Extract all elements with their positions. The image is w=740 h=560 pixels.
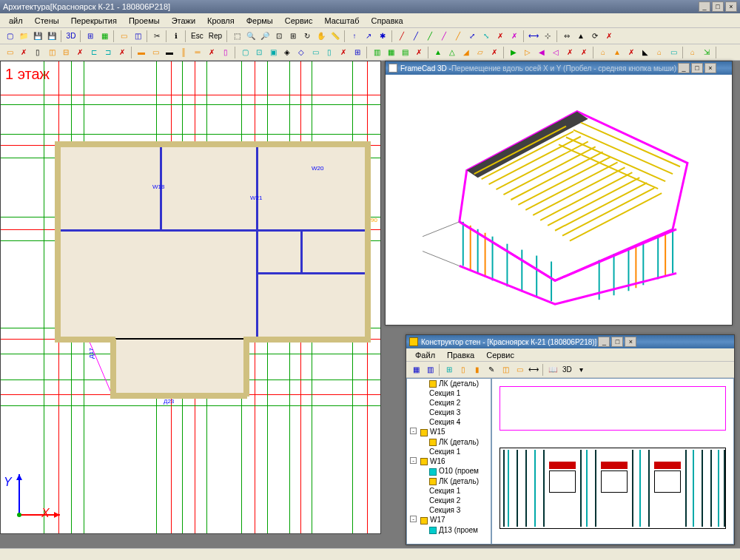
tree-item[interactable]: ЛК (деталь) — [407, 437, 491, 447]
beam-del-icon[interactable]: ✗ — [205, 46, 218, 59]
roof7-icon[interactable]: ◣ — [639, 46, 652, 59]
wall-tb6-icon[interactable]: ✎ — [485, 363, 498, 377]
floor2-icon[interactable]: ▦ — [384, 46, 397, 59]
zoom-in-icon[interactable]: 🔍 — [244, 30, 258, 43]
save-icon[interactable]: 💾 — [31, 30, 44, 43]
wall-tb4-icon[interactable]: ▯ — [457, 363, 470, 377]
menu-help[interactable]: Справка — [366, 15, 409, 27]
tool-b-icon[interactable]: ◫ — [131, 30, 144, 43]
close-button[interactable]: × — [725, 1, 737, 12]
floor1-icon[interactable]: ▥ — [370, 46, 383, 59]
wall-designer-window[interactable]: Конструктор стен - [Красноярск К-21 (180… — [406, 334, 735, 545]
open-icon[interactable]: 📁 — [17, 30, 30, 43]
open1-icon[interactable]: ▢ — [238, 46, 252, 59]
zoom-out-icon[interactable]: 🔎 — [258, 30, 272, 43]
line6-icon[interactable]: ⤢ — [465, 30, 479, 43]
line7-icon[interactable]: ⤡ — [480, 30, 493, 43]
wall-tb3-icon[interactable]: ⊞ — [443, 363, 456, 377]
arrow-left-icon[interactable]: ↗ — [362, 30, 375, 43]
beam5-icon[interactable]: ═ — [191, 46, 204, 59]
view3d-titlebar[interactable]: FrameCad 3D - Перемещение вдоль осей X и… — [386, 61, 732, 75]
view3d-window[interactable]: FrameCad 3D - Перемещение вдоль осей X и… — [385, 61, 733, 325]
beam3-icon[interactable]: ▬ — [163, 46, 176, 59]
dim-icon[interactable]: ⟷ — [527, 30, 540, 43]
line4-icon[interactable]: ╱ — [437, 30, 451, 43]
tool-a-icon[interactable]: ▭ — [117, 30, 130, 43]
wall-menu-file[interactable]: Файл — [409, 349, 441, 361]
line3-icon[interactable]: ╱ — [423, 30, 437, 43]
line5-icon[interactable]: ╱ — [451, 30, 465, 43]
refresh-icon[interactable]: ↻ — [300, 30, 314, 43]
wall-tb9-icon[interactable]: ⟷ — [527, 363, 540, 377]
roof5-icon[interactable]: ⌂ — [596, 46, 610, 59]
menu-scale[interactable]: Масштаб — [318, 15, 365, 27]
menu-service[interactable]: Сервис — [279, 15, 319, 27]
tree-item[interactable]: Секция 4 — [407, 417, 491, 427]
wall-menu-edit[interactable]: Правка — [441, 349, 480, 361]
menu-roof[interactable]: Кровля — [201, 15, 240, 27]
roof4-icon[interactable]: ▱ — [474, 46, 487, 59]
snap-icon[interactable]: ⊹ — [541, 30, 554, 43]
beam4-icon[interactable]: ║ — [177, 46, 190, 59]
window-icon[interactable]: ⊞ — [84, 30, 97, 43]
open2-icon[interactable]: ⊡ — [252, 46, 266, 59]
wall3-icon[interactable]: ◫ — [45, 46, 58, 59]
menu-openings[interactable]: Проемы — [123, 15, 166, 27]
tree-item[interactable]: Секция 3 — [407, 505, 491, 515]
wall8-icon[interactable]: ✗ — [115, 46, 129, 59]
open3-icon[interactable]: ▣ — [266, 46, 280, 59]
del-line-icon[interactable]: ✗ — [494, 30, 507, 43]
wall-tb10-icon[interactable]: 📖 — [546, 363, 559, 377]
plan-canvas[interactable]: W18 W21 W20 Д17 Д23 90 X Y — [1, 61, 380, 533]
roof8-icon[interactable]: ⌂ — [653, 46, 666, 59]
truss2-icon[interactable]: ▷ — [521, 46, 534, 59]
wall6-icon[interactable]: ⊏ — [87, 46, 101, 59]
open-del-icon[interactable]: ✗ — [337, 46, 350, 59]
truss-del2-icon[interactable]: ✗ — [577, 46, 591, 59]
tree-item[interactable]: Секция 1 — [407, 388, 491, 398]
flip-h-icon[interactable]: ⇔ — [560, 30, 574, 43]
menu-floors[interactable]: Перекрытия — [65, 15, 123, 27]
open5-icon[interactable]: ◇ — [295, 46, 308, 59]
roof-del2-icon[interactable]: ✗ — [625, 46, 638, 59]
wall-max-button[interactable]: □ — [611, 337, 623, 347]
wall2-icon[interactable]: ▯ — [31, 46, 44, 59]
del-all-icon[interactable]: ✗ — [602, 30, 616, 43]
wall-tb-3d[interactable]: 3D — [560, 365, 574, 374]
menu-file[interactable]: айл — [3, 15, 29, 27]
pan-icon[interactable]: ✋ — [314, 30, 328, 43]
arrow-cross-icon[interactable]: ✱ — [376, 30, 389, 43]
menu-walls[interactable]: Стены — [29, 15, 65, 27]
zoom-window-icon[interactable]: ⊡ — [272, 30, 286, 43]
wall-tb5-icon[interactable]: ▮ — [471, 363, 484, 377]
tree-item[interactable]: ЛК (деталь) — [407, 379, 491, 388]
tree-item[interactable]: Секция 1 — [407, 486, 491, 496]
roof-del-icon[interactable]: ✗ — [488, 46, 501, 59]
wall-del-icon[interactable]: ✗ — [17, 46, 30, 59]
menu-trusses[interactable]: Фермы — [240, 15, 279, 27]
tree-item[interactable]: Секция 3 — [407, 408, 491, 417]
wall-tb1-icon[interactable]: ▦ — [409, 363, 423, 377]
floor3-icon[interactable]: ▤ — [398, 46, 411, 59]
rep-label[interactable]: Rep — [206, 32, 224, 40]
tree-item[interactable]: -W17 — [407, 515, 491, 524]
roof2-icon[interactable]: △ — [445, 46, 459, 59]
truss-del-icon[interactable]: ✗ — [563, 46, 576, 59]
beam2-icon[interactable]: ▭ — [149, 46, 162, 59]
zoom-fit-icon[interactable]: ⊞ — [286, 30, 300, 43]
select-icon[interactable]: ⬚ — [230, 30, 243, 43]
wall-preview[interactable] — [491, 378, 734, 544]
view3d-canvas[interactable] — [386, 75, 732, 325]
roof1-icon[interactable]: ▲ — [431, 46, 445, 59]
open7-icon[interactable]: ▯ — [323, 46, 336, 59]
wall5-icon[interactable]: ✗ — [73, 46, 87, 59]
house-icon[interactable]: ⌂ — [686, 46, 699, 59]
line2-icon[interactable]: ╱ — [409, 30, 423, 43]
measure-icon[interactable]: 📏 — [329, 30, 342, 43]
wall1-icon[interactable]: ▭ — [3, 46, 16, 59]
wall-tb11-icon[interactable]: ▾ — [575, 363, 588, 377]
tree-item[interactable]: Секция 2 — [407, 496, 491, 505]
wall-titlebar[interactable]: Конструктор стен - [Красноярск К-21 (180… — [406, 335, 734, 348]
roof9-icon[interactable]: ▭ — [667, 46, 680, 59]
truss4-icon[interactable]: ◁ — [549, 46, 562, 59]
